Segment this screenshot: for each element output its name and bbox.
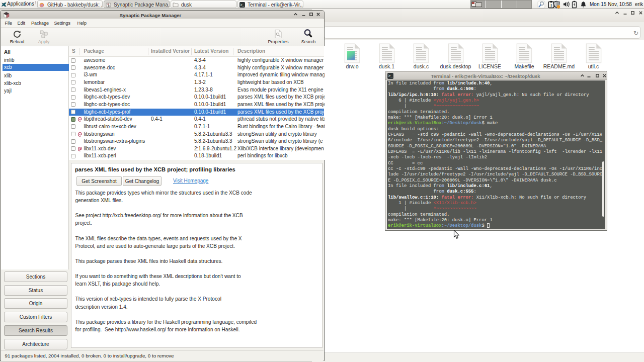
svg-text:!: ! — [550, 3, 552, 8]
